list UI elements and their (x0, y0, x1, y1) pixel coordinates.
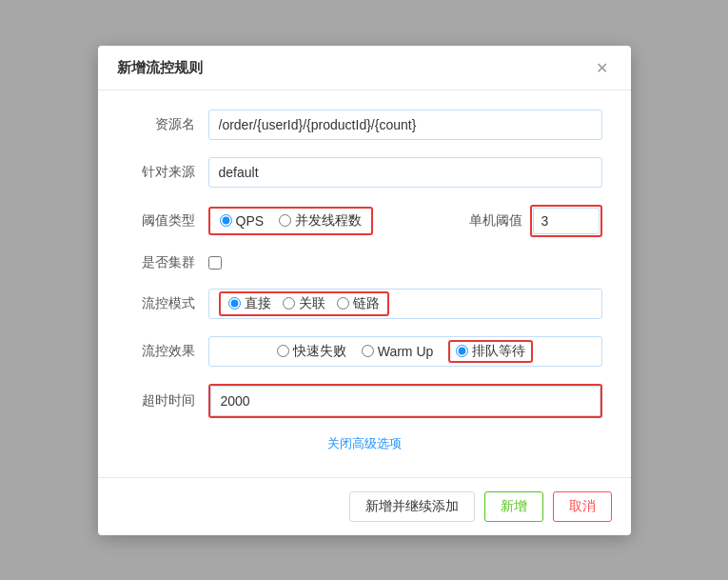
advanced-link-row: 关闭高级选项 (127, 435, 602, 452)
flow-mode-label: 流控模式 (127, 295, 195, 312)
dialog-overlay: 新增流控规则 ✕ 资源名 针对来源 阈值类型 (0, 0, 728, 580)
timeout-label: 超时时间 (127, 392, 195, 410)
resource-label: 资源名 (127, 116, 195, 133)
queue-option[interactable]: 排队等待 (456, 343, 525, 360)
threshold-type-radio-group: QPS 并发线程数 (208, 207, 374, 235)
threshold-type-label: 阈值类型 (127, 212, 195, 230)
threshold-row: 阈值类型 QPS 并发线程数 单机阈值 (127, 205, 602, 237)
source-label: 针对来源 (127, 164, 195, 181)
queue-option-highlight: 排队等待 (448, 340, 533, 363)
relate-radio[interactable] (283, 297, 295, 310)
threads-label: 并发线程数 (295, 212, 362, 230)
warm-up-radio[interactable] (362, 345, 374, 357)
chain-label: 链路 (353, 295, 380, 312)
dialog: 新增流控规则 ✕ 资源名 针对来源 阈值类型 (98, 46, 631, 535)
cluster-label: 是否集群 (127, 254, 195, 271)
qps-label: QPS (236, 213, 265, 229)
qps-option[interactable]: QPS (220, 213, 265, 229)
resource-row: 资源名 (127, 110, 602, 140)
warm-up-option[interactable]: Warm Up (362, 344, 434, 359)
cluster-checkbox-wrap (208, 256, 222, 270)
add-button[interactable]: 新增 (484, 491, 543, 522)
flow-mode-box: 直接 关联 链路 (208, 289, 602, 319)
cluster-row: 是否集群 (127, 254, 602, 271)
add-continue-button[interactable]: 新增并继续添加 (349, 491, 475, 522)
chain-radio[interactable] (337, 297, 349, 310)
single-threshold-section: 单机阈值 (469, 205, 602, 237)
direct-label: 直接 (245, 295, 271, 312)
single-threshold-input-wrap (530, 205, 602, 237)
flow-effect-radio-group: 快速失败 Warm Up 排队等待 (277, 340, 534, 363)
flow-effect-row: 流控效果 快速失败 Warm Up (127, 336, 602, 367)
close-button[interactable]: ✕ (592, 59, 612, 78)
flow-effect-box: 快速失败 Warm Up 排队等待 (208, 336, 602, 367)
fast-fail-option[interactable]: 快速失败 (277, 343, 346, 360)
timeout-input-wrap (208, 384, 602, 418)
queue-label: 排队等待 (472, 343, 525, 360)
advanced-link[interactable]: 关闭高级选项 (327, 436, 402, 450)
flow-mode-row: 流控模式 直接 关联 链路 (127, 289, 602, 319)
direct-option[interactable]: 直接 (228, 295, 271, 312)
queue-radio[interactable] (456, 345, 468, 357)
timeout-row: 超时时间 (127, 384, 602, 418)
dialog-body: 资源名 针对来源 阈值类型 QPS (98, 90, 631, 477)
warm-up-label: Warm Up (378, 344, 434, 359)
resource-input[interactable] (208, 110, 602, 140)
dialog-header: 新增流控规则 ✕ (98, 46, 631, 90)
dialog-title: 新增流控规则 (117, 59, 203, 77)
relate-option[interactable]: 关联 (283, 295, 325, 312)
single-threshold-input[interactable] (533, 208, 600, 234)
threshold-type-section: 阈值类型 QPS 并发线程数 (127, 207, 450, 235)
fast-fail-radio[interactable] (277, 345, 289, 357)
source-input[interactable] (208, 157, 602, 188)
cluster-checkbox[interactable] (208, 256, 222, 270)
timeout-input[interactable] (210, 386, 600, 416)
flow-mode-radio-group: 直接 关联 链路 (219, 291, 389, 316)
single-threshold-label: 单机阈值 (469, 212, 522, 230)
chain-option[interactable]: 链路 (337, 295, 380, 312)
threads-radio[interactable] (279, 214, 291, 227)
threads-option[interactable]: 并发线程数 (279, 212, 362, 230)
flow-effect-label: 流控效果 (127, 343, 195, 360)
dialog-footer: 新增并继续添加 新增 取消 (98, 477, 631, 535)
relate-label: 关联 (299, 295, 325, 312)
source-row: 针对来源 (127, 157, 602, 188)
direct-radio[interactable] (228, 297, 241, 310)
fast-fail-label: 快速失败 (293, 343, 346, 360)
qps-radio[interactable] (220, 214, 232, 227)
cancel-button[interactable]: 取消 (553, 491, 612, 522)
